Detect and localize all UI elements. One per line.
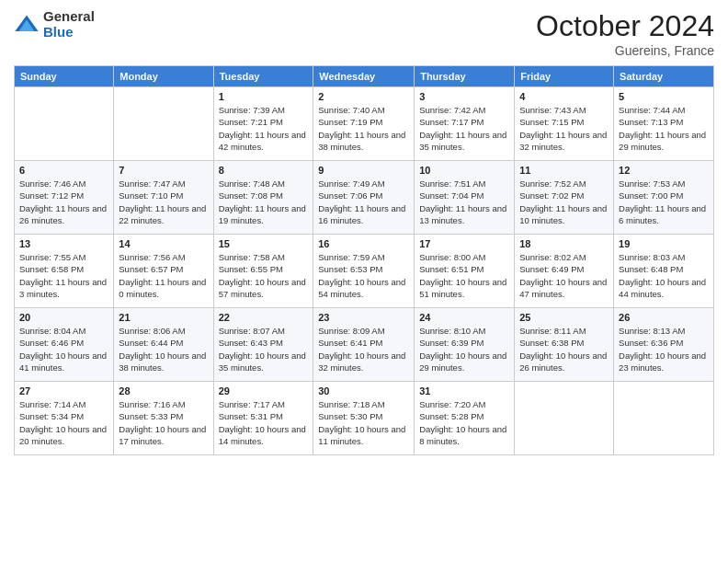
sunset-text: Sunset: 6:53 PM: [318, 264, 382, 274]
sunrise-text: Sunrise: 7:16 AM: [119, 399, 185, 409]
sunset-text: Sunset: 6:39 PM: [419, 338, 483, 348]
day-number: 10: [419, 165, 509, 176]
day-number: 8: [219, 165, 309, 176]
sunrise-text: Sunrise: 7:14 AM: [19, 399, 85, 409]
day-number: 5: [619, 91, 709, 102]
daylight-text: Daylight: 10 hours and 26 minutes.: [519, 350, 607, 373]
logo-text: General Blue: [43, 9, 95, 40]
calendar-table: Sunday Monday Tuesday Wednesday Thursday…: [14, 65, 714, 455]
sunrise-text: Sunrise: 7:20 AM: [419, 399, 485, 409]
day-info: Sunrise: 7:49 AM Sunset: 7:06 PM Dayligh…: [318, 178, 409, 226]
sunrise-text: Sunrise: 7:53 AM: [619, 178, 685, 189]
sunrise-text: Sunrise: 8:06 AM: [119, 326, 185, 336]
table-row: [15, 87, 114, 161]
daylight-text: Daylight: 10 hours and 35 minutes.: [219, 350, 306, 373]
sunset-text: Sunset: 6:43 PM: [219, 338, 283, 348]
day-info: Sunrise: 8:03 AM Sunset: 6:48 PM Dayligh…: [619, 251, 709, 300]
day-info: Sunrise: 8:00 AM Sunset: 6:51 PM Dayligh…: [419, 251, 509, 300]
day-info: Sunrise: 7:16 AM Sunset: 5:33 PM Dayligh…: [119, 398, 208, 447]
table-row: 25 Sunrise: 8:11 AM Sunset: 6:38 PM Dayl…: [515, 308, 614, 382]
day-number: 17: [419, 238, 509, 249]
sunset-text: Sunset: 6:38 PM: [519, 338, 584, 348]
day-info: Sunrise: 7:46 AM Sunset: 7:12 PM Dayligh…: [19, 178, 108, 226]
day-number: 25: [519, 312, 609, 323]
sunset-text: Sunset: 6:49 PM: [519, 264, 584, 274]
day-number: 21: [119, 312, 208, 323]
daylight-text: Daylight: 10 hours and 47 minutes.: [519, 277, 607, 299]
day-number: 18: [519, 238, 609, 249]
sunrise-text: Sunrise: 8:04 AM: [19, 326, 85, 336]
header-wednesday: Wednesday: [313, 66, 415, 87]
sunset-text: Sunset: 5:28 PM: [419, 411, 483, 421]
day-number: 15: [219, 238, 309, 249]
calendar-week-row: 13 Sunrise: 7:55 AM Sunset: 6:58 PM Dayl…: [15, 235, 714, 308]
sunrise-text: Sunrise: 7:40 AM: [318, 105, 384, 115]
daylight-text: Daylight: 10 hours and 57 minutes.: [219, 277, 306, 299]
daylight-text: Daylight: 11 hours and 3 minutes.: [19, 277, 107, 299]
table-row: 16 Sunrise: 7:59 AM Sunset: 6:53 PM Dayl…: [313, 235, 415, 308]
daylight-text: Daylight: 10 hours and 17 minutes.: [119, 424, 206, 446]
day-info: Sunrise: 8:02 AM Sunset: 6:49 PM Dayligh…: [519, 251, 609, 300]
daylight-text: Daylight: 10 hours and 32 minutes.: [318, 350, 405, 373]
sunset-text: Sunset: 7:06 PM: [318, 190, 382, 201]
daylight-text: Daylight: 11 hours and 35 minutes.: [419, 130, 506, 152]
daylight-text: Daylight: 11 hours and 38 minutes.: [318, 130, 405, 152]
day-info: Sunrise: 7:56 AM Sunset: 6:57 PM Dayligh…: [119, 251, 208, 300]
daylight-text: Daylight: 11 hours and 19 minutes.: [219, 203, 306, 225]
header-monday: Monday: [114, 66, 213, 87]
sunrise-text: Sunrise: 8:00 AM: [419, 252, 485, 262]
day-number: 30: [318, 385, 409, 396]
header-sunday: Sunday: [15, 66, 114, 87]
sunrise-text: Sunrise: 7:47 AM: [119, 178, 185, 189]
sunset-text: Sunset: 7:21 PM: [219, 117, 283, 127]
sunset-text: Sunset: 6:44 PM: [119, 338, 183, 348]
sunrise-text: Sunrise: 8:07 AM: [219, 326, 285, 336]
header: General Blue October 2024 Guereins, Fran…: [14, 9, 714, 58]
daylight-text: Daylight: 11 hours and 26 minutes.: [19, 203, 107, 225]
sunset-text: Sunset: 6:41 PM: [318, 338, 382, 348]
day-info: Sunrise: 7:14 AM Sunset: 5:34 PM Dayligh…: [19, 398, 108, 447]
day-info: Sunrise: 8:04 AM Sunset: 6:46 PM Dayligh…: [19, 325, 108, 373]
daylight-text: Daylight: 10 hours and 20 minutes.: [19, 424, 107, 446]
sunrise-text: Sunrise: 8:13 AM: [619, 326, 685, 336]
header-saturday: Saturday: [614, 66, 714, 87]
daylight-text: Daylight: 10 hours and 41 minutes.: [19, 350, 107, 373]
daylight-text: Daylight: 11 hours and 0 minutes.: [119, 277, 206, 299]
day-info: Sunrise: 7:51 AM Sunset: 7:04 PM Dayligh…: [419, 178, 509, 226]
table-row: 26 Sunrise: 8:13 AM Sunset: 6:36 PM Dayl…: [614, 308, 714, 382]
sunset-text: Sunset: 5:34 PM: [19, 411, 84, 421]
sunset-text: Sunset: 6:55 PM: [219, 264, 283, 274]
day-number: 13: [19, 238, 108, 249]
day-info: Sunrise: 7:17 AM Sunset: 5:31 PM Dayligh…: [219, 398, 309, 447]
daylight-text: Daylight: 11 hours and 29 minutes.: [619, 130, 706, 152]
page: General Blue October 2024 Guereins, Fran…: [0, 0, 728, 563]
table-row: 19 Sunrise: 8:03 AM Sunset: 6:48 PM Dayl…: [614, 235, 714, 308]
sunrise-text: Sunrise: 7:17 AM: [219, 399, 285, 409]
sunset-text: Sunset: 7:08 PM: [219, 190, 283, 201]
title-block: October 2024 Guereins, France: [536, 9, 714, 58]
daylight-text: Daylight: 11 hours and 13 minutes.: [419, 203, 506, 225]
logo-icon: [14, 12, 40, 38]
table-row: 31 Sunrise: 7:20 AM Sunset: 5:28 PM Dayl…: [415, 382, 515, 455]
day-info: Sunrise: 8:10 AM Sunset: 6:39 PM Dayligh…: [419, 325, 509, 373]
day-info: Sunrise: 8:11 AM Sunset: 6:38 PM Dayligh…: [519, 325, 609, 373]
day-number: 27: [19, 385, 108, 396]
sunset-text: Sunset: 6:48 PM: [619, 264, 683, 274]
daylight-text: Daylight: 11 hours and 16 minutes.: [318, 203, 405, 225]
sunset-text: Sunset: 6:57 PM: [119, 264, 183, 274]
sunset-text: Sunset: 6:51 PM: [419, 264, 483, 274]
day-info: Sunrise: 7:44 AM Sunset: 7:13 PM Dayligh…: [619, 104, 709, 153]
sunset-text: Sunset: 7:10 PM: [119, 190, 183, 201]
sunset-text: Sunset: 7:00 PM: [619, 190, 683, 201]
daylight-text: Daylight: 11 hours and 10 minutes.: [519, 203, 607, 225]
sunrise-text: Sunrise: 8:02 AM: [519, 252, 586, 262]
calendar-week-row: 27 Sunrise: 7:14 AM Sunset: 5:34 PM Dayl…: [15, 382, 714, 455]
table-row: 11 Sunrise: 7:52 AM Sunset: 7:02 PM Dayl…: [515, 161, 614, 235]
daylight-text: Daylight: 10 hours and 11 minutes.: [318, 424, 405, 446]
daylight-text: Daylight: 10 hours and 8 minutes.: [419, 424, 506, 446]
day-number: 29: [219, 385, 309, 396]
day-info: Sunrise: 7:42 AM Sunset: 7:17 PM Dayligh…: [419, 104, 509, 153]
calendar-header-row: Sunday Monday Tuesday Wednesday Thursday…: [15, 66, 714, 87]
daylight-text: Daylight: 11 hours and 42 minutes.: [219, 130, 306, 152]
daylight-text: Daylight: 10 hours and 51 minutes.: [419, 277, 506, 299]
